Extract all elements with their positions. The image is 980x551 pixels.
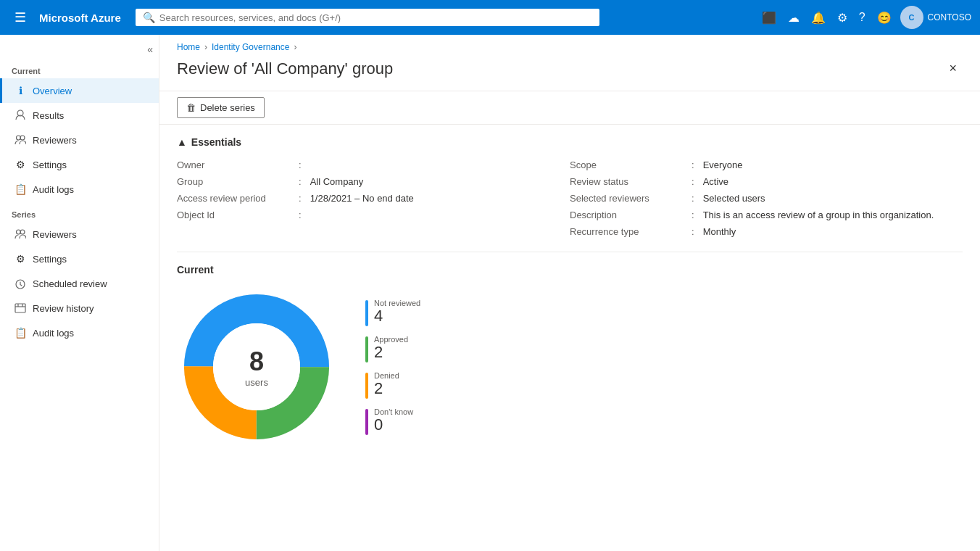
- svg-point-14: [213, 323, 300, 410]
- essentials-value-recurrence: Monthly: [703, 226, 736, 237]
- avatar: C: [900, 6, 923, 29]
- brand-name: Microsoft Azure: [39, 12, 121, 24]
- essentials-label-status: Review status: [570, 176, 686, 187]
- essentials-label-objectid: Object Id: [177, 210, 293, 220]
- feedback-icon[interactable]: ☁: [785, 8, 802, 28]
- settings-icon[interactable]: ⚙: [834, 8, 850, 28]
- essentials-value-scope: Everyone: [703, 160, 743, 170]
- essentials-value-period: 1/28/2021 – No end date: [310, 193, 414, 204]
- close-button[interactable]: ×: [943, 58, 963, 79]
- main-layout: « Current ℹ Overview Results Reviewers ⚙…: [0, 35, 980, 551]
- sidebar-item-audit-logs-current[interactable]: 📋 Audit logs: [0, 177, 159, 202]
- search-input[interactable]: [159, 12, 592, 23]
- sidebar-item-reviewers-current[interactable]: Reviewers: [0, 128, 159, 152]
- essentials-grid: Owner : Group : All Company Access revie…: [177, 157, 963, 240]
- legend-text-denied: Denied 2: [374, 371, 399, 397]
- topnav: ☰ Microsoft Azure 🔍 ⬛ ☁ 🔔 ⚙ ? 😊 C CONTOS…: [0, 0, 980, 35]
- search-icon: 🔍: [143, 12, 155, 23]
- essentials-value-reviewers: Selected users: [703, 193, 765, 204]
- svg-rect-6: [15, 304, 25, 312]
- essentials-row-scope: Scope : Everyone: [570, 157, 963, 173]
- emoji-icon[interactable]: 😊: [874, 8, 894, 28]
- legend-value-approved: 2: [374, 344, 408, 361]
- sidebar-item-reviewers-series[interactable]: Reviewers: [0, 222, 159, 246]
- sidebar-item-label: Audit logs: [33, 184, 74, 195]
- legend-bar-denied: [365, 373, 368, 399]
- legend-bar-approved: [365, 336, 368, 362]
- breadcrumb-home[interactable]: Home: [177, 42, 200, 52]
- help-icon[interactable]: ?: [856, 8, 868, 27]
- legend-item-denied: Denied 2: [365, 371, 420, 399]
- essentials-row-group: Group : All Company: [177, 173, 570, 190]
- legend-value-dont-know: 0: [374, 416, 413, 434]
- chart-legend: Not reviewed 4 Approved 2: [365, 299, 420, 435]
- results-icon: [14, 109, 27, 122]
- collapse-icon: «: [147, 44, 153, 55]
- essentials-col-right: Scope : Everyone Review status : Active …: [570, 157, 963, 240]
- sidebar-item-settings-current[interactable]: ⚙ Settings: [0, 152, 159, 177]
- sidebar-item-review-history[interactable]: Review history: [0, 296, 159, 320]
- history-icon: [14, 302, 27, 315]
- cloud-shell-icon[interactable]: ⬛: [759, 8, 779, 28]
- essentials-label-description: Description: [570, 210, 686, 220]
- essentials-row-objectid: Object Id :: [177, 207, 570, 223]
- reviewers-icon: [14, 133, 27, 146]
- toolbar: 🗑 Delete series: [159, 91, 980, 125]
- settings-series-icon: ⚙: [14, 252, 27, 265]
- sidebar-item-label: Review history: [33, 303, 94, 314]
- sidebar-item-label: Settings: [33, 160, 67, 170]
- breadcrumb: Home › Identity Governance ›: [159, 35, 980, 58]
- essentials-row-period: Access review period : 1/28/2021 – No en…: [177, 190, 570, 207]
- essentials-header[interactable]: ▲ Essentials: [177, 136, 963, 148]
- delete-series-label: Delete series: [200, 102, 255, 113]
- legend-value-denied: 2: [374, 380, 399, 397]
- legend-bar-dont-know: [365, 409, 368, 435]
- essentials-row-description: Description : This is an access review o…: [570, 207, 963, 223]
- essentials-label-recurrence: Recurrence type: [570, 226, 686, 237]
- essentials-label-period: Access review period: [177, 193, 293, 204]
- content-area: Home › Identity Governance › Review of '…: [159, 35, 980, 551]
- search-bar[interactable]: 🔍: [136, 9, 599, 26]
- essentials-col-left: Owner : Group : All Company Access revie…: [177, 157, 570, 240]
- audit-series-icon: 📋: [14, 326, 27, 339]
- current-section: Current: [159, 252, 980, 458]
- sidebar-item-label: Scheduled review: [33, 278, 107, 289]
- sidebar-item-label: Overview: [33, 86, 72, 96]
- essentials-row-owner: Owner :: [177, 157, 570, 173]
- legend-item-approved: Approved 2: [365, 335, 420, 362]
- essentials-row-reviewers: Selected reviewers : Selected users: [570, 190, 963, 207]
- breadcrumb-sep-1: ›: [204, 42, 207, 52]
- sidebar-item-scheduled-review[interactable]: Scheduled review: [0, 271, 159, 296]
- audit-icon: 📋: [14, 183, 27, 196]
- essentials-label-reviewers: Selected reviewers: [570, 193, 686, 204]
- hamburger-icon[interactable]: ☰: [9, 7, 32, 28]
- info-icon: ℹ: [14, 84, 27, 97]
- breadcrumb-sep-2: ›: [294, 42, 296, 52]
- essentials-label-owner: Owner: [177, 160, 293, 170]
- essentials-value-description: This is an access review of a group in t…: [703, 210, 934, 220]
- sidebar-collapse-btn[interactable]: «: [0, 41, 159, 58]
- sidebar-section-series: Series: [0, 202, 159, 222]
- sidebar-item-label: Reviewers: [33, 135, 77, 146]
- sidebar: « Current ℹ Overview Results Reviewers ⚙…: [0, 35, 159, 551]
- essentials-label-group: Group: [177, 176, 293, 187]
- sidebar-item-label: Audit logs: [33, 328, 74, 339]
- essentials-value-group: All Company: [310, 176, 364, 187]
- breadcrumb-identity-governance[interactable]: Identity Governance: [212, 42, 289, 52]
- reviewers-series-icon: [14, 228, 27, 241]
- essentials-row-recurrence: Recurrence type : Monthly: [570, 223, 963, 240]
- legend-item-dont-know: Don't know 0: [365, 407, 420, 435]
- sidebar-item-label: Results: [33, 110, 64, 121]
- sidebar-item-label: Reviewers: [33, 229, 77, 240]
- sidebar-item-audit-logs-series[interactable]: 📋 Audit logs: [0, 320, 159, 345]
- donut-chart: 8 users: [177, 287, 336, 447]
- delete-series-button[interactable]: 🗑 Delete series: [177, 97, 265, 118]
- sidebar-item-overview[interactable]: ℹ Overview: [0, 78, 159, 103]
- sidebar-item-results[interactable]: Results: [0, 103, 159, 128]
- notifications-icon[interactable]: 🔔: [808, 8, 829, 28]
- essentials-collapse-icon: ▲: [177, 136, 187, 148]
- legend-text-dont-know: Don't know 0: [374, 407, 413, 434]
- user-menu[interactable]: C CONTOSO: [900, 6, 971, 29]
- page-title: Review of 'All Company' group: [177, 59, 393, 78]
- sidebar-item-settings-series[interactable]: ⚙ Settings: [0, 246, 159, 271]
